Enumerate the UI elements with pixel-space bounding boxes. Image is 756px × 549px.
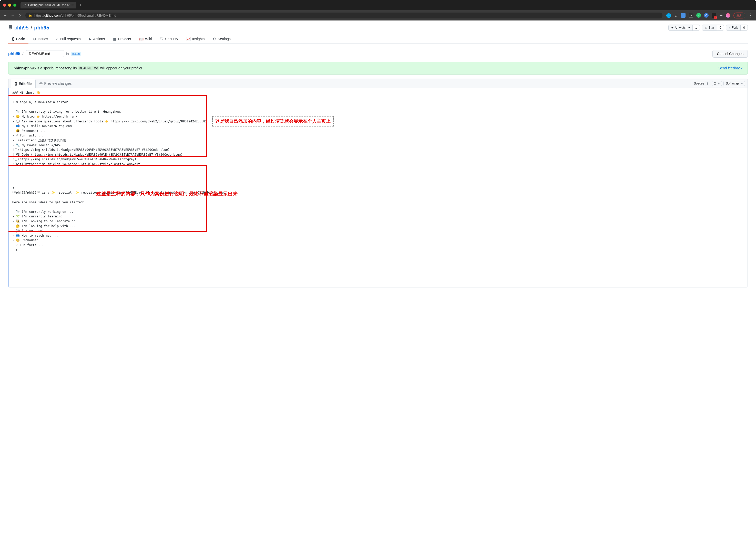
- code-line[interactable]: ![](https://img.shields.io/badge/%E5%9B%…: [12, 157, 744, 162]
- actions-icon: ▶: [89, 37, 91, 41]
- fork-icon: ⑂: [729, 26, 731, 29]
- profile-readme-banner: phh95/phh95 is a special repository: its…: [8, 62, 748, 75]
- code-line[interactable]: I'm angola, a new-media editor.: [12, 100, 744, 105]
- tab-title: Editing phh95/README.md at: [28, 3, 69, 7]
- lock-icon: 🔒: [28, 14, 32, 17]
- code-line[interactable]: [12, 105, 744, 110]
- maximize-window-button[interactable]: [13, 4, 16, 7]
- repo-name-link[interactable]: phh95: [34, 25, 49, 31]
- back-button[interactable]: ←: [3, 13, 7, 18]
- profile-avatar[interactable]: [726, 13, 730, 18]
- code-line[interactable]: - :satisfied: 这是新增加的表情包: [12, 138, 744, 143]
- code-line[interactable]: - 😄 My blog 👉 https://penghh.fun/: [12, 114, 744, 119]
- code-line[interactable]: <!--: [12, 186, 744, 191]
- browser-tab[interactable]: ◌ Editing phh95/README.md at ×: [21, 2, 76, 8]
- address-bar[interactable]: 🔒 https://github.com/phh95/phh95/edit/ma…: [25, 13, 662, 18]
- projects-icon: ▦: [113, 37, 116, 41]
- code-line[interactable]: [12, 167, 744, 172]
- code-line[interactable]: - 📫 My E-mail: 602646761#qq.com: [12, 124, 744, 129]
- fork-count[interactable]: 0: [740, 25, 748, 30]
- nav-code[interactable]: ⟨⟩Code: [8, 35, 28, 44]
- code-line[interactable]: - 🔧 My Power Tools: </br>: [12, 143, 744, 148]
- watch-count[interactable]: 1: [692, 25, 700, 30]
- close-window-button[interactable]: [3, 4, 6, 7]
- tab-preview-changes[interactable]: 👁Preview changes: [36, 79, 75, 88]
- update-button[interactable]: 更新: [733, 13, 745, 18]
- nav-actions[interactable]: ▶Actions: [85, 35, 108, 44]
- forward-button[interactable]: →: [11, 13, 15, 18]
- cancel-changes-button[interactable]: Cancel Changes: [712, 50, 748, 58]
- repo-owner-link[interactable]: phh95: [14, 25, 29, 31]
- code-line[interactable]: [12, 181, 744, 186]
- code-line[interactable]: - 💬 Ask me some questions about Effecien…: [12, 119, 744, 124]
- path-separator: /: [22, 51, 23, 56]
- code-line[interactable]: ### Hi there 👋: [12, 90, 744, 95]
- code-line[interactable]: - 👯 I'm looking to collaborate on ...: [12, 219, 744, 224]
- code-line[interactable]: - 🔭 I'm currently striving for a better …: [12, 109, 744, 114]
- code-line[interactable]: Here are some ideas to get you started:: [12, 200, 744, 205]
- bookmark-star-icon[interactable]: ☆: [674, 13, 678, 18]
- code-line[interactable]: - ⚡ Fun fact: ...: [12, 133, 744, 138]
- caret-down-icon: ▾: [688, 26, 690, 29]
- code-line[interactable]: - 😄 Pronouns: ...: [12, 129, 744, 133]
- extension-icon-2[interactable]: ∞: [689, 13, 693, 18]
- code-line[interactable]: - 💬 Ask me about ...: [12, 229, 744, 233]
- extension-icon-3[interactable]: ✓: [696, 13, 701, 18]
- minimize-window-button[interactable]: [8, 4, 11, 7]
- star-count[interactable]: 0: [717, 25, 724, 30]
- extensions-puzzle-icon[interactable]: ✦: [719, 13, 723, 18]
- browser-chrome: ◌ Editing phh95/README.md at × + ← → ✕ 🔒…: [0, 0, 756, 20]
- code-line[interactable]: -->: [12, 248, 744, 253]
- code-line[interactable]: [12, 171, 744, 176]
- browser-menu-icon[interactable]: ⋮: [748, 13, 753, 18]
- nav-projects[interactable]: ▦Projects: [109, 35, 135, 44]
- repo-icon: [8, 25, 12, 31]
- code-editor[interactable]: ### Hi there 👋 I'm angola, a new-media e…: [8, 88, 748, 287]
- repo-actions: 👁Unwatch▾ 1 ☆Star 0 ⑂Fork 0: [668, 25, 748, 31]
- nav-insights[interactable]: 📈Insights: [183, 35, 208, 44]
- select-caret-icon: ▴▾: [718, 82, 720, 85]
- extension-icon-1[interactable]: [681, 13, 686, 18]
- stop-reload-button[interactable]: ✕: [18, 13, 22, 18]
- repo-title: phh95 / phh95: [8, 25, 49, 31]
- code-line[interactable]: [12, 95, 744, 100]
- branch-pill: main: [71, 52, 81, 56]
- indent-mode-select[interactable]: Spaces▴▾: [692, 81, 710, 86]
- path-separator: /: [31, 25, 32, 31]
- extension-icon-4[interactable]: C: [704, 13, 709, 18]
- code-line[interactable]: - 📫 How to reach me: ...: [12, 233, 744, 238]
- new-tab-button[interactable]: +: [79, 3, 82, 8]
- indent-size-select[interactable]: 2▴▾: [712, 81, 722, 86]
- code-line[interactable]: - 🤔 I'm looking for help with ...: [12, 224, 744, 229]
- star-button[interactable]: ☆Star 0: [702, 25, 724, 31]
- code-line[interactable]: [12, 205, 744, 210]
- github-favicon: ◌: [24, 3, 26, 7]
- code-line[interactable]: - 🔭 I'm currently working on ...: [12, 210, 744, 214]
- in-label: in: [66, 52, 69, 56]
- path-repo-link[interactable]: phh95: [8, 51, 20, 56]
- nav-settings[interactable]: ⚙Settings: [209, 35, 234, 44]
- translate-icon[interactable]: 🌐: [666, 13, 671, 18]
- fork-button[interactable]: ⑂Fork 0: [726, 25, 748, 31]
- code-line[interactable]: [12, 195, 744, 200]
- code-line[interactable]: - 😄 Pronouns: ...: [12, 238, 744, 243]
- tab-edit-file[interactable]: ⟨⟩Edit file: [11, 79, 36, 88]
- code-line[interactable]: **phh95/phh95** is a ✨ _special_ ✨ repos…: [12, 190, 744, 195]
- code-line[interactable]: [12, 176, 744, 181]
- send-feedback-link[interactable]: Send feedback: [719, 66, 742, 70]
- filename-input[interactable]: [26, 50, 64, 57]
- wrap-mode-select[interactable]: Soft wrap▴▾: [723, 81, 745, 86]
- code-line[interactable]: ![Git](https://img.shields.io/badge/-Git…: [12, 162, 744, 167]
- nav-wiki[interactable]: 📖Wiki: [136, 35, 155, 44]
- code-line[interactable]: ![](https://img.shields.io/badge/%E5%86%…: [12, 148, 744, 152]
- nav-security[interactable]: 🛡Security: [156, 35, 182, 44]
- extension-icon-5[interactable]: 11: [712, 13, 716, 18]
- unwatch-button[interactable]: 👁Unwatch▾ 1: [668, 25, 700, 31]
- code-line[interactable]: - ⚡ Fun fact: ...: [12, 243, 744, 248]
- nav-issues[interactable]: ⊙Issues: [29, 35, 52, 44]
- close-tab-icon[interactable]: ×: [71, 3, 73, 7]
- code-line[interactable]: ![VS Code](https://img.shields.io/badge/…: [12, 152, 744, 157]
- nav-pull-requests[interactable]: ⑃Pull requests: [53, 35, 84, 44]
- code-line[interactable]: - 🌱 I'm currently learning ...: [12, 214, 744, 219]
- editor-tabs: ⟨⟩Edit file 👁Preview changes Spaces▴▾ 2▴…: [8, 79, 748, 88]
